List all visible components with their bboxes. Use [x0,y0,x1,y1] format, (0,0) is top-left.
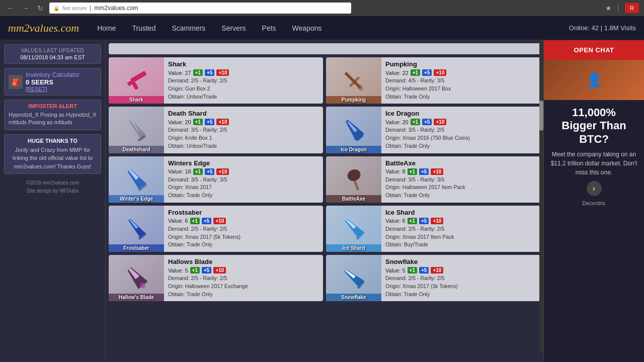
weapon-image: Frostsaber [109,206,164,252]
weapon-badge-1: +5 [419,267,429,274]
nav-scammers[interactable]: Scammers [169,22,208,34]
weapon-image-label: Ice Shard [326,244,381,252]
weapon-title: Winters Edge [168,159,319,167]
weapon-badge-1: +5 [422,119,432,125]
weapon-details: Demand: 2/5 - Rarity: 2/5Origin: Hallowe… [168,275,319,298]
weapon-value-row: Value: 8+1+5+10 [385,168,536,175]
weapon-image: Snowflake [326,255,381,301]
weapon-value: Value: 5 [168,267,188,274]
weapon-badge-1: +5 [422,69,432,76]
nav-trusted[interactable]: Trusted [129,22,159,34]
values-updated-title: VALUES LAST UPDATED [9,48,97,53]
weapon-image-label: Winter's Edge [109,195,164,203]
weapon-title: BattleAxe [385,159,536,167]
weapon-card[interactable]: PumpkingPumpkingValue: 22+1+5+10Demand: … [326,57,540,104]
weapon-value-row: Value: 18+1+5+10 [168,168,319,175]
roblox-icon: R [625,3,639,13]
weapon-value-row: Value: 22+1+5+10 [385,69,536,76]
weapon-image-label: Shark [109,96,164,104]
weapon-image-container: Shark [109,57,164,104]
copyright: ©2018 mm2values.com [4,179,101,187]
weapon-info: SnowflakeValue: 5+1+5+10Demand: 2/5 - Ra… [381,255,540,301]
weapon-title: Shark [168,60,319,68]
weapon-badge-0: +1 [411,69,420,76]
weapon-badge-0: +1 [408,168,417,175]
top-partial-card [109,43,540,54]
inventory-reset[interactable]: [RESET] [26,86,79,92]
weapon-title: Ice Dragon [385,110,536,117]
ad-subtext: Meet the company taking on an $11.2 tril… [550,150,638,177]
imposter-text: Hypnotzd_X Posing as Hypnotzd_Xmfduds Po… [9,111,97,127]
weapon-image: Shark [109,57,164,104]
ad-text-box: 11,000%Bigger ThanBTC? Meet the company … [544,100,644,216]
weapon-card[interactable]: FrostsaberFrostsaberValue: 6+1+5+10Deman… [109,206,323,252]
weapon-title: Death Shard [168,110,319,117]
weapon-info: FrostsaberValue: 6+1+5+10Demand: 2/5 - R… [164,206,323,252]
weapon-card[interactable]: DeathshardDeath ShardValue: 20+1+5+10Dem… [109,107,323,153]
weapon-image-container: Hallow's Blade [109,255,164,301]
menu-icon[interactable]: ⋮ [615,4,622,12]
weapon-title: Snowflake [385,258,536,265]
weapon-details: Demand: 2/5 - Rarity: 2/5Origin: Xmas 20… [168,225,319,249]
security-label: Not secure [62,6,87,11]
weapon-value-row: Value: 6+1+5+10 [168,218,319,224]
nav-weapons[interactable]: Weapons [289,22,325,34]
weapon-badge-0: +1 [193,168,203,175]
weapon-image: Pumpking [326,57,381,104]
nav-home[interactable]: Home [94,22,119,34]
inventory-title[interactable]: Inventory Calculator [26,71,79,78]
weapon-info: Hallows BladeValue: 5+1+5+10Demand: 2/5 … [164,255,323,301]
weapon-card[interactable]: SharkSharkValue: 27+1+5+10Demand: 2/5 - … [109,57,323,104]
ad-next-button[interactable]: › [587,181,602,196]
weapon-badge-2: +10 [216,69,229,76]
weapon-title: Pumpking [385,60,536,68]
weapon-badge-2: +10 [431,267,443,274]
site-logo[interactable]: mm2values.com [8,22,79,35]
weapon-value-row: Value: 6+1+5+10 [385,218,536,224]
weapon-card[interactable]: SnowflakeSnowflakeValue: 5+1+5+10Demand:… [326,255,540,301]
weapon-title: Ice Shard [385,209,536,216]
weapon-info: BattleAxeValue: 8+1+5+10Demand: 3/5 - Ra… [381,156,540,203]
site-design: Site design by MFDubs [4,187,101,195]
weapon-value-row: Value: 27+1+5+10 [168,69,319,76]
weapon-info: Ice DragonValue: 20+1+5+10Demand: 3/5 - … [381,107,540,153]
address-bar[interactable]: 🔒 Not secure | mm2values.com [49,3,351,14]
weapon-value: Value: 8 [385,168,406,174]
back-button[interactable]: ← [5,3,16,13]
weapon-badge-1: +5 [205,119,214,125]
weapon-card[interactable]: Winter's EdgeWinters EdgeValue: 18+1+5+1… [109,156,323,203]
weapon-grid: SharkSharkValue: 27+1+5+10Demand: 2/5 - … [109,57,540,301]
imposter-box: IMPOSTER ALERT Hypnotzd_X Posing as Hypn… [4,100,101,130]
thanks-box: HUGE THANKS TO Jordy and Crazy from MMP … [4,134,101,174]
weapon-details: Demand: 2/5 - Rarity: 2/5Origin: Xmas 20… [385,225,536,249]
weapon-badge-1: +5 [205,69,214,76]
refresh-button[interactable]: ↻ [35,3,45,13]
weapon-image-label: Hallow's Blade [109,294,164,301]
weapon-info: Ice ShardValue: 6+1+5+10Demand: 2/5 - Ra… [381,206,540,252]
weapon-image-container: Deathshard [109,107,164,153]
weapon-value: Value: 20 [168,119,191,125]
open-chat-button[interactable]: OPEN CHAT [544,40,644,60]
weapon-image-container: Snowflake [326,255,381,301]
weapon-badge-2: +10 [434,69,446,76]
weapon-badge-0: +1 [411,119,420,125]
inventory-seers: 0 SEERS [26,78,79,86]
weapon-card[interactable]: BattleAxeBattleAxeValue: 8+1+5+10Demand:… [326,156,540,203]
weapon-card[interactable]: Hallow's BladeHallows BladeValue: 5+1+5+… [109,255,323,301]
nav-servers[interactable]: Servers [218,22,249,34]
weapon-image-label: BattleAxe [326,195,381,203]
weapon-details: Demand: 3/5 - Rarity: 3/5Origin: Hallowe… [385,176,536,200]
weapon-image-label: Ice Dragon [326,146,381,153]
scrollbar-thumb[interactable] [539,101,543,131]
weapon-card[interactable]: Ice DragonIce DragonValue: 20+1+5+10Dema… [326,107,540,153]
browser-bar: ← → ↻ 🔒 Not secure | mm2values.com ★ ⋮ R [0,0,644,16]
weapon-image: Winter's Edge [109,156,164,203]
weapon-badge-0: +1 [408,267,417,274]
imposter-title: IMPOSTER ALERT [9,103,97,109]
weapon-card[interactable]: Ice ShardIce ShardValue: 6+1+5+10Demand:… [326,206,540,252]
forward-button[interactable]: → [20,3,31,13]
weapon-info: SharkValue: 27+1+5+10Demand: 2/5 - Rarit… [164,57,323,104]
nav-pets[interactable]: Pets [259,22,279,34]
scrollbar[interactable] [539,40,543,353]
star-icon[interactable]: ★ [605,4,612,12]
